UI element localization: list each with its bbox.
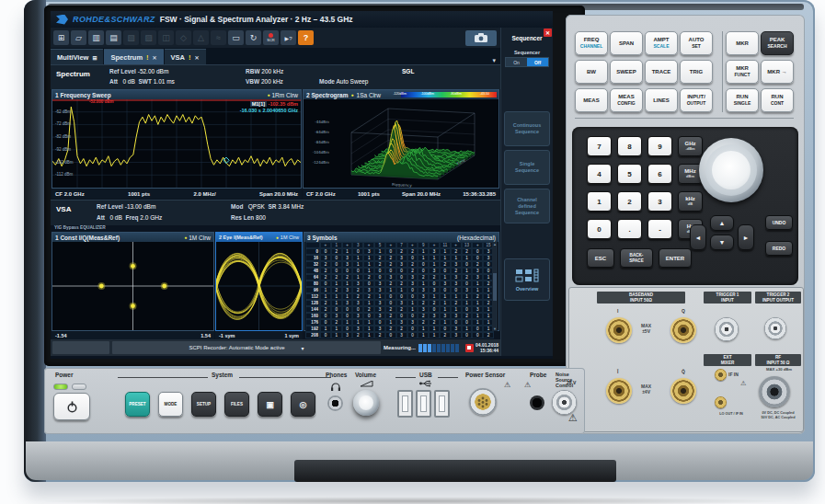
hardkey-sweep[interactable]: SWEEP [610, 60, 643, 84]
trigger1-connector[interactable] [715, 317, 739, 341]
freq-value[interactable]: 2.0 GHz [140, 214, 162, 221]
context-help-cursor-icon[interactable]: ▶? [281, 30, 296, 45]
keypad-key-5[interactable]: 5 [617, 164, 642, 184]
keypad-key-6[interactable]: 6 [647, 164, 672, 184]
hardkey-run-cont[interactable]: RUNCONT [761, 88, 794, 112]
hardkey-auto-set[interactable]: AUTOSET [680, 31, 713, 55]
open-file-icon[interactable]: ▱ [71, 30, 86, 45]
tab-overflow-icon[interactable]: ▾ [492, 57, 500, 64]
keypad-key-8[interactable]: 8 [617, 136, 642, 156]
keypad-key-0[interactable]: 0 [587, 219, 612, 239]
usb-port[interactable] [434, 390, 450, 418]
window-title-bar[interactable]: 3 Symbols (Hexadecimal) [304, 233, 498, 242]
vbw-value[interactable]: 200 kHz [261, 78, 283, 85]
ref-level-value[interactable]: -52.00 dBm [138, 68, 169, 74]
preset-button[interactable]: PRESET [125, 392, 150, 417]
window-title-bar[interactable]: 2 Eye I(Meas&Ref) ●1M Clrw [216, 233, 302, 242]
hardkey-lines[interactable]: LINES [645, 88, 678, 112]
display-button[interactable]: ▣ [258, 392, 282, 417]
symbols-scrollbar[interactable]: ▲ ▼ [492, 242, 498, 331]
display-frame-icon[interactable]: ▭ [228, 30, 244, 45]
hardkey-freq-channel[interactable]: FREQCHANNEL [575, 31, 608, 55]
hardkey-span[interactable]: SPAN [610, 31, 643, 55]
hardkey-bw[interactable]: BW [575, 60, 608, 84]
swt-value[interactable]: 1.01 ms [154, 78, 175, 85]
close-panel-icon[interactable]: ✕ [544, 29, 552, 37]
softkey-continuous-sequence[interactable]: ContinuousSequence [504, 111, 550, 146]
rf-input-connector[interactable] [759, 376, 790, 407]
scroll-thumb[interactable] [493, 273, 497, 301]
ref-level-value[interactable]: -13.00 dBm [125, 203, 156, 210]
tab-multiview[interactable]: MultiView ⊞ [51, 49, 103, 64]
screenshot-camera-button[interactable] [465, 30, 497, 46]
setup-button[interactable]: SETUP [191, 392, 216, 417]
hardkey-peak-search[interactable]: PEAKSEARCH [761, 31, 794, 55]
help-icon[interactable]: ? [298, 30, 314, 45]
hardkey-mkr-funct[interactable]: MKRFUNCT [726, 60, 759, 84]
refresh-icon[interactable]: ↻ [246, 30, 261, 45]
hardkey-trig[interactable]: TRIG [680, 60, 713, 84]
keypad-key-minus[interactable]: - [647, 219, 672, 239]
scpi-recorder-status[interactable]: SCPI Recorder: Automatic Mode active ▾ [112, 341, 381, 354]
unit-key-ghz[interactable]: GHz-dBm [678, 136, 703, 156]
support-button[interactable]: ◎ [291, 392, 315, 417]
enter-button[interactable]: ENTER [659, 248, 692, 268]
hardkey-meas-config[interactable]: MEASCONFIG [610, 88, 643, 112]
hardkey-ampt-scale[interactable]: AMPTSCALE [645, 31, 678, 55]
mode-button[interactable]: MODE [158, 392, 183, 417]
if-in-connector[interactable] [715, 369, 727, 381]
baseband-ibar-connector[interactable] [606, 378, 632, 404]
undo-button[interactable]: UNDO [765, 215, 793, 230]
hardkey-input-output[interactable]: INPUT/OUTPUT [680, 88, 713, 112]
dropdown-icon[interactable]: ▾ [302, 345, 304, 351]
arrow-left-button[interactable]: ◄ [690, 224, 706, 250]
keypad-key-dot[interactable]: . [617, 219, 642, 239]
error-log-icon[interactable] [465, 344, 474, 352]
baseband-i-connector[interactable] [606, 317, 632, 343]
windows-menu-icon[interactable]: ⊞ [53, 30, 69, 45]
keypad-key-1[interactable]: 1 [587, 191, 612, 212]
usb-port[interactable] [416, 390, 431, 418]
window-title-bar[interactable]: 1 Const I/Q(Meas&Ref) ●1M Clrw [52, 233, 213, 242]
softkey-channel-defined-sequence[interactable]: ChanneldefinedSequence [504, 189, 550, 223]
unit-key-khz[interactable]: kHzdB [678, 191, 703, 212]
arrow-right-button[interactable]: ► [738, 224, 754, 250]
window-eye-diagram[interactable]: 2 Eye I(Meas&Ref) ●1M Clrw [215, 232, 303, 331]
keypad-key-7[interactable]: 7 [587, 136, 612, 156]
power-button[interactable] [53, 393, 90, 420]
overview-button[interactable]: Overview [504, 258, 550, 301]
usb-port[interactable] [397, 390, 413, 418]
noise-source-connector[interactable] [552, 390, 577, 415]
window-symbols[interactable]: 3 Symbols (Hexadecimal) +1+3+5+7+9+11+13… [304, 232, 499, 331]
sequencer-on-option[interactable]: On [506, 58, 527, 66]
keypad-key-2[interactable]: 2 [617, 191, 642, 212]
probe-connector[interactable] [530, 395, 544, 410]
sequencer-off-option[interactable]: Off [527, 58, 548, 66]
hardkey-mkr-[interactable]: MKR → [761, 60, 794, 84]
hardkey-meas[interactable]: MEAS [575, 88, 608, 112]
phones-jack[interactable] [327, 395, 343, 411]
hardkey-run-single[interactable]: RUNSINGLE [726, 88, 759, 112]
redo-button[interactable]: REDO [765, 241, 793, 256]
baseband-q-connector[interactable] [670, 317, 696, 343]
keypad-key-3[interactable]: 3 [647, 191, 672, 212]
rotary-knob[interactable] [699, 138, 763, 202]
baseband-qbar-connector[interactable] [670, 378, 696, 404]
softkey-single-sequence[interactable]: SingleSequence [504, 150, 550, 185]
close-tab-icon[interactable]: ✕ [195, 54, 200, 61]
arrow-up-button[interactable]: ▲ [710, 215, 734, 231]
att-value[interactable]: 0 dB [122, 78, 134, 85]
window-constellation[interactable]: 1 Const I/Q(Meas&Ref) ●1M Clrw [52, 232, 214, 331]
result-length-value[interactable]: 800 [256, 214, 266, 221]
tab-vsa[interactable]: VSA ! ✕ [165, 49, 206, 64]
print-icon[interactable]: ▤ [106, 30, 121, 45]
keypad-key-4[interactable]: 4 [587, 164, 612, 184]
lo-out-connector[interactable] [715, 396, 727, 408]
arrow-down-button[interactable]: ▼ [710, 235, 734, 250]
window-title-bar[interactable]: 2 Spectrogram ● 1Sa Clrw -120dBm-100dBm-… [304, 90, 498, 99]
sequencer-toggle[interactable]: On Off [505, 57, 549, 67]
mode-value[interactable]: Auto Sweep [336, 78, 368, 85]
mod-value[interactable]: QPSK [248, 203, 265, 210]
scroll-up-icon[interactable]: ▲ [493, 242, 497, 246]
hardkey-trace[interactable]: TRACE [645, 60, 678, 84]
